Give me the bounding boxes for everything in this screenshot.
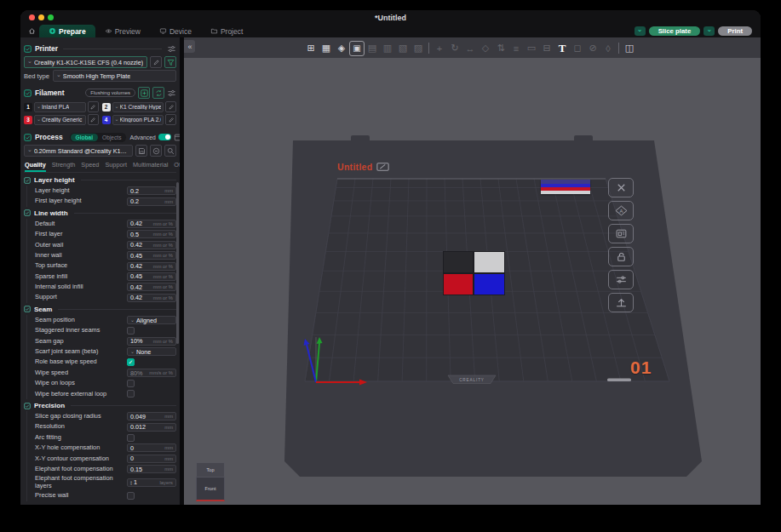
viewport-3d[interactable]: ⊞▦◈▣▤▥▧▨+↻↔◇⇅≡▭⊟T◻⊘◊◫ CREALITY Untitled …: [184, 37, 761, 505]
setting-checkbox[interactable]: ✓: [127, 358, 135, 366]
minimize-window-button[interactable]: [38, 14, 44, 20]
add-filament-icon[interactable]: [138, 87, 150, 99]
filament-select[interactable]: Kingroon PLA 2.0: [112, 115, 164, 125]
red-cube[interactable]: [443, 273, 474, 295]
sidebar-scrollbar[interactable]: [176, 182, 179, 344]
setting-input[interactable]: 0.2mm: [127, 186, 176, 195]
setting-input[interactable]: 0.049mm: [127, 412, 176, 420]
spinner-arrows-icon[interactable]: ▴▾: [130, 480, 132, 485]
tab-preview[interactable]: Preview: [95, 25, 150, 37]
setting-input[interactable]: 80%mm/s or %: [127, 369, 176, 377]
view-cube-top-face[interactable]: Top: [196, 462, 225, 477]
plate-name-button[interactable]: [608, 293, 634, 312]
setting-input[interactable]: 0.5mm or %: [127, 230, 176, 238]
auto-orient-plate-button[interactable]: A: [608, 201, 634, 220]
print-options-dropdown[interactable]: [703, 26, 715, 36]
setting-input[interactable]: 0mm: [127, 455, 176, 463]
setting-input[interactable]: 0.012mm: [127, 423, 176, 432]
settings-tab-others[interactable]: Others: [174, 161, 180, 172]
setting-checkbox[interactable]: [127, 390, 135, 398]
filament-select[interactable]: Creality Generic ...: [34, 115, 86, 125]
setting-checkbox[interactable]: [127, 327, 135, 335]
tab-device[interactable]: Device: [150, 25, 201, 37]
setting-input[interactable]: 0.42mm or %: [127, 294, 176, 302]
scope-global[interactable]: Global: [71, 134, 99, 141]
edit-filament-icon[interactable]: [165, 101, 176, 112]
filament-select[interactable]: K1 Creality Hyper ...: [112, 102, 164, 112]
bed-type-label: Bed type: [24, 72, 49, 80]
plate-name[interactable]: Untitled: [337, 162, 372, 172]
plate-label[interactable]: Untitled: [337, 162, 389, 172]
filter-nozzle-icon[interactable]: [164, 56, 176, 68]
section-header[interactable]: Precision: [24, 400, 176, 411]
filament-select[interactable]: Inland PLA: [34, 102, 86, 112]
sync-filament-icon[interactable]: [152, 87, 164, 99]
objects-window-icon[interactable]: [174, 133, 180, 141]
plate-objects[interactable]: [443, 251, 505, 295]
view-cube[interactable]: Top Front: [196, 462, 225, 501]
filament-color-chip[interactable]: 1: [24, 103, 32, 112]
remove-preset-icon[interactable]: [150, 145, 162, 157]
edit-filament-icon[interactable]: [165, 114, 176, 125]
setting-input[interactable]: 0.42mm or %: [127, 241, 176, 249]
tab-project[interactable]: Project: [201, 25, 252, 37]
printer-preset-select[interactable]: Creality K1-K1C-K1SE CFS (0.4 nozzle): [24, 56, 147, 68]
setting-spinner[interactable]: ▴▾1layers: [127, 478, 176, 487]
home-button[interactable]: [25, 25, 39, 37]
search-settings-icon[interactable]: [164, 145, 176, 157]
setting-select[interactable]: Aligned: [127, 316, 176, 324]
lock-plate-button[interactable]: [608, 247, 634, 266]
settings-tab-strength[interactable]: Strength: [52, 161, 76, 172]
edit-filament-icon[interactable]: [88, 114, 99, 125]
settings-tab-support[interactable]: Support: [105, 161, 127, 172]
edit-printer-icon[interactable]: [150, 56, 162, 68]
section-header[interactable]: Line width: [24, 208, 176, 219]
advanced-toggle[interactable]: [158, 134, 171, 140]
settings-tab-quality[interactable]: Quality: [25, 161, 46, 172]
setting-input[interactable]: 0.45mm or %: [127, 272, 176, 281]
view-cube-top-label: Top: [206, 467, 214, 472]
setting-input[interactable]: 0.42mm or %: [127, 220, 176, 228]
setting-input[interactable]: 0.45mm or %: [127, 251, 176, 260]
scope-objects[interactable]: Objects: [98, 134, 125, 141]
edit-filament-icon[interactable]: [88, 101, 99, 112]
filament-color-chip[interactable]: 4: [102, 116, 111, 124]
setting-input[interactable]: 0.42mm or %: [127, 262, 176, 271]
setting-checkbox[interactable]: [127, 492, 135, 500]
tab-prepare[interactable]: Prepare: [39, 25, 95, 37]
plate-settings-button[interactable]: [608, 270, 634, 289]
process-preset-select[interactable]: 0.20mm Standard @Creality K1Max (0.4 ...: [24, 145, 133, 157]
filament-color-chip[interactable]: 2: [102, 103, 111, 112]
setting-checkbox[interactable]: [127, 434, 135, 442]
setting-input[interactable]: 0.2mm: [127, 197, 176, 206]
setting-input[interactable]: 10%mm or %: [127, 337, 176, 346]
slice-plate-button[interactable]: Slice plate: [649, 26, 701, 36]
settings-tab-speed[interactable]: Speed: [81, 161, 99, 172]
settings-tab-multimaterial[interactable]: Multimaterial: [133, 161, 168, 172]
setting-input[interactable]: 0mm: [127, 443, 176, 452]
section-header[interactable]: Layer height: [24, 174, 176, 186]
filament-color-chip[interactable]: 3: [24, 116, 32, 124]
delete-plate-button[interactable]: [608, 178, 634, 197]
setting-input[interactable]: 0.15mm: [127, 465, 176, 473]
bed-type-select[interactable]: Smooth High Temp Plate: [53, 70, 176, 82]
setting-control: [127, 434, 176, 442]
flushing-volumes-button[interactable]: Flushing volumes: [85, 89, 135, 97]
maximize-window-button[interactable]: [48, 14, 54, 20]
section-header[interactable]: Seam: [24, 304, 176, 315]
plate-edit-icon[interactable]: [376, 162, 389, 172]
slice-options-dropdown[interactable]: [635, 26, 646, 36]
setting-checkbox[interactable]: [127, 380, 135, 387]
setting-select[interactable]: None: [127, 347, 176, 356]
black-cube[interactable]: [443, 251, 474, 273]
save-preset-icon[interactable]: [135, 145, 147, 157]
view-cube-front-face[interactable]: Front: [196, 477, 225, 501]
blue-cube[interactable]: [474, 273, 505, 295]
close-window-button[interactable]: [29, 14, 35, 20]
arrange-plate-button[interactable]: [608, 224, 634, 243]
setting-input[interactable]: 0.42mm or %: [127, 283, 176, 291]
filament-settings-icon[interactable]: [167, 89, 176, 98]
print-button[interactable]: Print: [718, 26, 752, 36]
printer-settings-icon[interactable]: [167, 44, 176, 54]
white-cube[interactable]: [474, 251, 505, 273]
